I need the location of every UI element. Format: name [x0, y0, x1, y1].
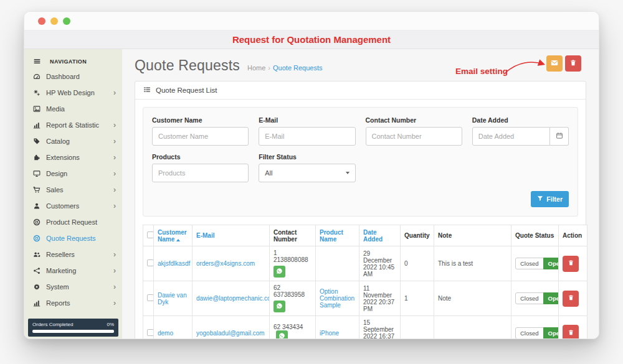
chevron-right-icon: › — [113, 170, 116, 177]
email-setting-button[interactable] — [546, 55, 563, 72]
email-link[interactable]: dawie@laptopmechanic.co.za — [196, 295, 270, 302]
breadcrumb-separator: › — [268, 64, 270, 72]
chevron-down-icon — [346, 172, 350, 174]
sidebar-item-product-request[interactable]: Product Request — [24, 214, 122, 230]
trash-icon — [568, 329, 574, 338]
gears-icon — [32, 89, 42, 96]
sidebar-item-label: Catalog — [46, 138, 113, 145]
whatsapp-icon — [278, 332, 285, 339]
sidebar-item-catalog[interactable]: Catalog › — [24, 133, 122, 149]
list-icon — [143, 86, 151, 95]
sidebar-item-system[interactable]: System › — [24, 279, 122, 295]
envelope-icon — [550, 58, 559, 69]
delete-button[interactable] — [565, 55, 581, 72]
calendar-button[interactable] — [550, 127, 569, 146]
whatsapp-button[interactable] — [273, 266, 285, 278]
email-setting-annotation: Email setting — [455, 67, 508, 76]
products-label: Products — [152, 153, 249, 161]
close-button[interactable] — [38, 17, 45, 25]
customer-name-link[interactable]: demo — [158, 330, 173, 337]
sort-product-name[interactable]: Product Name — [320, 229, 343, 243]
products-input[interactable] — [152, 164, 249, 182]
sidebar-item-label: Customers — [46, 202, 113, 210]
sidebar-item-label: HP Web Design — [46, 89, 113, 96]
row-checkbox[interactable] — [147, 329, 154, 336]
breadcrumb-current[interactable]: Quote Requests — [273, 64, 323, 72]
select-all-checkbox[interactable] — [147, 231, 154, 238]
date-added-value: 29 December 2022 10:45 AM — [359, 246, 401, 281]
sidebar-item-customers[interactable]: Customers › — [24, 198, 122, 214]
row-checkbox[interactable] — [147, 294, 154, 301]
breadcrumb-home[interactable]: Home — [247, 64, 265, 72]
date-added-value: 11 November 2022 20:37 PM — [359, 281, 401, 316]
sidebar-nav-header: NAVIGATION — [24, 53, 122, 68]
status-closed-button[interactable]: Closed — [515, 327, 544, 339]
sort-customer-name[interactable]: Customer Name — [158, 229, 187, 243]
image-icon — [32, 105, 42, 113]
status-open-button[interactable]: Open — [543, 327, 559, 339]
contact-number-label: Contact Number — [366, 116, 462, 124]
sidebar-item-sales[interactable]: Sales › — [24, 182, 122, 198]
sidebar-item-media[interactable]: Media — [24, 101, 122, 117]
panel-heading: Quote Request List — [135, 82, 586, 100]
bar-chart-icon — [32, 121, 42, 129]
email-input[interactable] — [259, 127, 355, 146]
maximize-button[interactable] — [63, 17, 70, 25]
annotation-arrow-icon — [504, 57, 548, 79]
email-link[interactable]: yogobaladul@gmail.com — [196, 330, 265, 337]
page-title: Quote Requests — [135, 57, 240, 73]
date-added-label: Date Added — [472, 116, 569, 124]
funnel-icon — [537, 195, 543, 203]
sidebar-item-extensions[interactable]: Extensions › — [24, 149, 122, 166]
delete-row-button[interactable] — [563, 325, 579, 339]
sidebar-item-quote-requests[interactable]: Quote Requests — [24, 230, 122, 246]
email-link[interactable]: orders@x4signs.com — [196, 260, 255, 267]
user-icon — [32, 202, 42, 210]
status-open-button[interactable]: Open — [543, 292, 559, 304]
sidebar-item-marketing[interactable]: Marketing › — [24, 263, 122, 279]
sidebar-item-dashboard[interactable]: Dashboard — [24, 68, 122, 85]
sort-email[interactable]: E-Mail — [196, 232, 214, 239]
filter-status-select[interactable]: All — [259, 164, 355, 182]
whatsapp-button[interactable] — [273, 301, 285, 312]
sidebar-item-label: Quote Requests — [46, 235, 116, 242]
breadcrumb: Home›Quote Requests — [247, 64, 323, 72]
sidebar-item-resellers[interactable]: Resellers › — [24, 246, 122, 263]
filter-button[interactable]: Filter — [531, 191, 569, 207]
chevron-right-icon: › — [113, 138, 116, 145]
customer-name-link[interactable]: Dawie van Dyk — [158, 292, 187, 306]
product-name-link[interactable]: iPhone — [320, 330, 339, 337]
customer-name-link[interactable]: akjsfdlkasdf — [158, 260, 190, 267]
minimize-button[interactable] — [50, 17, 58, 25]
header-buttons — [546, 55, 581, 72]
status-closed-button[interactable]: Closed — [515, 292, 544, 304]
whatsapp-button[interactable] — [276, 330, 288, 339]
contact-number-input[interactable] — [366, 127, 462, 146]
sidebar-item-design[interactable]: Design › — [24, 166, 122, 182]
filter-status-label: Filter Status — [259, 153, 355, 161]
sidebar-item-reports[interactable]: Reports › — [24, 295, 122, 311]
customer-name-input[interactable] — [152, 127, 249, 146]
chevron-right-icon: › — [113, 154, 116, 161]
puzzle-icon — [32, 154, 42, 161]
delete-row-button[interactable] — [563, 291, 579, 307]
status-open-button[interactable]: Open — [543, 258, 559, 269]
note-value: Note — [434, 281, 511, 316]
sidebar-item-label: Dashboard — [46, 73, 116, 80]
product-name-link[interactable]: Option Combination Sample — [320, 288, 354, 309]
delete-row-button[interactable] — [563, 256, 579, 272]
quote-request-panel: Quote Request List Customer Name E-Mail — [135, 81, 586, 339]
sort-date-added[interactable]: Date Added — [363, 229, 383, 243]
sidebar-item-report-statistic[interactable]: Report & Statistic › — [24, 117, 122, 133]
trash-icon — [568, 259, 574, 268]
email-label: E-Mail — [259, 116, 355, 124]
sidebar-item-hp-web-design[interactable]: HP Web Design › — [24, 85, 122, 101]
status-closed-button[interactable]: Closed — [515, 258, 544, 269]
customer-name-label: Customer Name — [152, 116, 249, 124]
row-checkbox[interactable] — [147, 259, 154, 266]
table-row: demo yogobaladul@gmail.com 62 343434 iPh… — [143, 316, 587, 340]
bar-chart-icon — [32, 299, 42, 307]
date-added-input[interactable] — [472, 127, 550, 146]
contact-number-value: 62 637383958 — [273, 284, 312, 298]
note-value — [434, 316, 511, 340]
